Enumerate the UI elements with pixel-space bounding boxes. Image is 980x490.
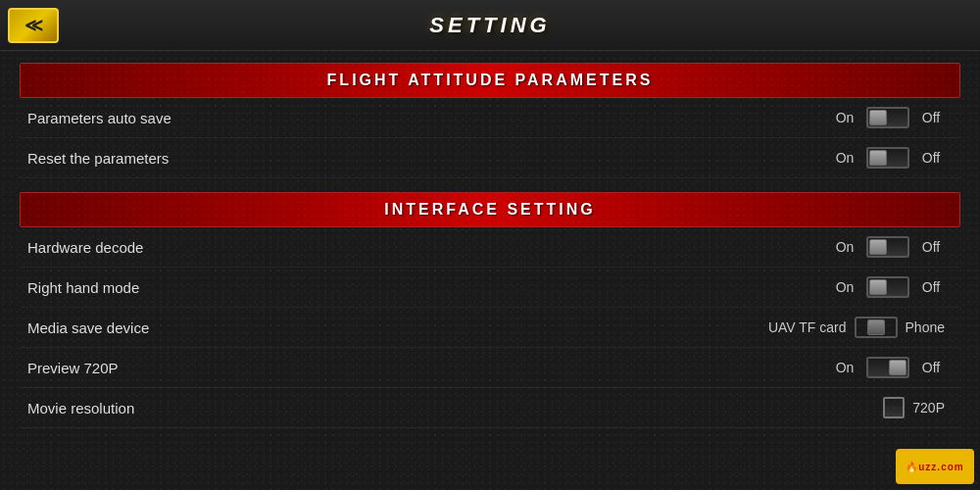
screen: ≪ SETTING FLIGHT ATTITUDE PARAMETERS Par…: [0, 0, 980, 490]
control-preview-720p: On Off: [831, 357, 945, 378]
back-button[interactable]: ≪: [8, 8, 59, 43]
row-movie-resolution: Movie resolution 720P: [20, 388, 960, 428]
label-media-save: Media save device: [27, 319, 149, 336]
control-auto-save: On Off: [831, 107, 945, 128]
on-label-preview: On: [831, 360, 858, 375]
label-movie-resolution: Movie resolution: [27, 400, 134, 416]
on-label-auto-save: On: [831, 110, 858, 125]
row-hardware-decode: Hardware decode On Off: [20, 227, 960, 268]
on-label-hardware: On: [831, 239, 858, 255]
off-label-auto-save: Off: [917, 110, 945, 125]
off-label-right-hand: Off: [917, 279, 945, 295]
control-movie-resolution: 720P: [883, 397, 945, 418]
row-media-save: Media save device UAV TF card Phone: [20, 308, 960, 348]
label-auto-save: Parameters auto save: [27, 110, 172, 126]
toggle-reset-params[interactable]: [866, 147, 909, 169]
content: FLIGHT ATTITUDE PARAMETERS Parameters au…: [0, 51, 980, 454]
toggle-knob-right-hand: [869, 279, 887, 295]
left-label-media: UAV TF card: [768, 319, 847, 335]
label-hardware-decode: Hardware decode: [27, 239, 143, 256]
section-title-flight: FLIGHT ATTITUDE PARAMETERS: [327, 72, 654, 88]
toggle-right-hand[interactable]: [866, 276, 909, 298]
off-label-preview: Off: [917, 360, 945, 375]
back-arrow-icon: ≪: [24, 15, 43, 36]
label-right-hand: Right hand mode: [27, 279, 139, 296]
on-label-reset: On: [831, 150, 858, 166]
watermark-text: 🔥uzz.com: [906, 462, 963, 472]
toggle-knob-hardware: [869, 239, 887, 255]
off-label-hardware: Off: [917, 239, 945, 255]
row-right-hand-mode: Right hand mode On Off: [20, 268, 960, 308]
toggle-knob-preview: [889, 360, 906, 375]
control-hardware-decode: On Off: [831, 236, 945, 258]
toggle-hardware-decode[interactable]: [866, 236, 909, 258]
right-label-media: Phone: [906, 319, 945, 335]
row-reset-params: Reset the parameters On Off: [20, 138, 960, 178]
label-reset-params: Reset the parameters: [27, 150, 169, 167]
section-title-interface: INTERFACE SETTING: [384, 201, 595, 218]
section-interface: INTERFACE SETTING Hardware decode On Off…: [20, 192, 960, 428]
section-header-interface: INTERFACE SETTING: [20, 192, 960, 227]
section-header-flight: FLIGHT ATTITUDE PARAMETERS: [20, 63, 960, 98]
control-right-hand: On Off: [831, 276, 945, 298]
page-title: SETTING: [429, 13, 550, 38]
checkbox-movie-resolution[interactable]: [883, 397, 905, 418]
toggle-knob-reset: [869, 150, 887, 166]
toggle-media-save[interactable]: [855, 317, 898, 338]
watermark: 🔥uzz.com: [896, 449, 974, 484]
section-flight-attitude: FLIGHT ATTITUDE PARAMETERS Parameters au…: [20, 63, 960, 178]
label-preview-720p: Preview 720P: [27, 360, 119, 376]
on-label-right-hand: On: [831, 279, 858, 295]
row-preview-720p: Preview 720P On Off: [20, 348, 960, 388]
control-media-save: UAV TF card Phone: [768, 317, 945, 338]
control-reset-params: On Off: [831, 147, 945, 169]
toggle-knob-media: [867, 319, 885, 335]
value-movie-resolution: 720P: [912, 400, 945, 416]
toggle-knob-auto-save: [869, 110, 887, 125]
off-label-reset: Off: [917, 150, 945, 166]
row-auto-save: Parameters auto save On Off: [20, 98, 960, 138]
toggle-preview-720p[interactable]: [866, 357, 909, 378]
toggle-auto-save[interactable]: [866, 107, 909, 128]
header: ≪ SETTING: [0, 0, 980, 51]
